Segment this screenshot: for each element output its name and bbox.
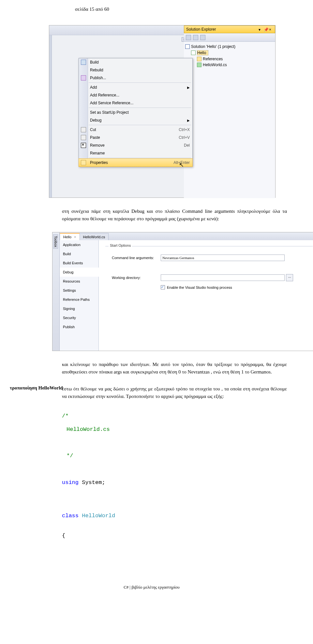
properties-nav: Application Build Build Events Debug Res… [60, 240, 99, 351]
nav-build-events[interactable]: Build Events [60, 258, 98, 268]
solution-icon [185, 44, 190, 49]
toolbar-icon[interactable] [200, 35, 205, 40]
code-line: HelloWorld.cs [67, 426, 287, 433]
code-line: /* [62, 413, 287, 419]
menu-debug[interactable]: Debug▶ [79, 116, 192, 124]
cut-icon [81, 127, 86, 132]
screenshot-debug-properties: Toolbox Hello× HelloWorld.cs Application… [49, 232, 287, 351]
nav-reference-paths[interactable]: Reference Paths [60, 295, 98, 304]
csharp-file-icon [197, 63, 201, 67]
section-label-helloworld-modification: τροποποίηση HelloWorld [10, 385, 63, 391]
working-directory-label: Working directory: [112, 276, 161, 280]
menu-publish[interactable]: Publish... [79, 74, 192, 82]
menu-rebuild[interactable]: Rebuild [79, 66, 192, 74]
menu-add-reference[interactable]: Add Reference... [79, 91, 192, 99]
nav-debug[interactable]: Debug [60, 268, 99, 277]
build-icon [81, 60, 86, 65]
paragraph-2: και κλείνουμε το παράθυρο των ιδιοτήτων.… [62, 361, 287, 375]
code-line: using System; [62, 479, 287, 486]
ide-left-dock: Toolbox [52, 232, 60, 351]
code-line: */ [67, 453, 287, 459]
hosting-process-label: Enable the Visual Studio hosting process [167, 285, 232, 289]
nav-settings[interactable]: Settings [60, 286, 98, 295]
menu-set-startup[interactable]: Set as StartUp Project [79, 109, 192, 116]
nav-publish[interactable]: Publish [60, 322, 98, 331]
page-header: σελίδα 15 από 60 [16, 0, 287, 15]
close-icon[interactable]: × [74, 235, 76, 239]
editor-tabs: Hello× HelloWorld.cs [60, 232, 313, 240]
cmdline-args-label: Command line arguments: [112, 256, 161, 260]
remove-icon [81, 143, 86, 148]
solution-explorer-panel: Solution Explorer ▾ 📌 × Solution 'Hello'… [184, 25, 275, 198]
solution-tree[interactable]: Solution 'Hello' (1 project) Hello Refer… [184, 42, 275, 70]
nav-resources[interactable]: Resources [60, 277, 98, 286]
nav-build[interactable]: Build [60, 249, 98, 258]
hosting-process-checkbox[interactable] [161, 285, 165, 289]
paragraph-3: έστω ότι θέλουμε να μας δώσει ο χρήστης … [62, 385, 287, 400]
toolbox-tab[interactable]: Toolbox [53, 234, 58, 249]
code-line: class HelloWorld [62, 513, 287, 519]
menu-add[interactable]: Add▶ [79, 83, 192, 91]
debug-properties-content: Start Options Command line arguments: Wo… [99, 240, 313, 351]
code-line: { [62, 533, 287, 539]
tree-project[interactable]: Hello [197, 50, 208, 55]
project-context-menu[interactable]: Build Rebuild Publish... Add▶ Add Refere… [79, 58, 193, 167]
tab-hello-properties[interactable]: Hello× [60, 233, 80, 240]
nav-application[interactable]: Application [60, 240, 98, 249]
menu-paste[interactable]: PasteCtrl+V [79, 134, 192, 141]
close-icon[interactable]: × [269, 27, 273, 31]
start-options-groupbox: Start Options [109, 243, 132, 247]
tree-references[interactable]: References [203, 57, 223, 61]
submenu-arrow-icon: ▶ [187, 119, 190, 122]
menu-rename[interactable]: Rename [79, 149, 192, 157]
publish-icon [81, 75, 86, 80]
folder-icon [197, 57, 201, 61]
solution-explorer-titlebar[interactable]: Solution Explorer ▾ 📌 × [184, 25, 275, 33]
tree-file[interactable]: HelloWorld.cs [203, 63, 227, 67]
dropdown-icon[interactable]: ▾ [259, 27, 262, 31]
toolbar-icon[interactable] [193, 35, 198, 40]
nav-security[interactable]: Security [60, 313, 98, 322]
menu-build[interactable]: Build [79, 58, 192, 66]
menu-cut[interactable]: CutCtrl+X [79, 126, 192, 134]
submenu-arrow-icon: ▶ [187, 86, 190, 89]
pin-icon[interactable]: 📌 [264, 27, 268, 31]
screenshot-properties-menu: ↕ Solution Explorer ▾ 📌 × Sol [49, 25, 287, 198]
working-directory-input[interactable] [161, 274, 285, 281]
menu-add-service-reference[interactable]: Add Service Reference... [79, 99, 192, 107]
paste-icon [81, 135, 86, 140]
browse-button[interactable]: ... [286, 274, 293, 281]
cmdline-args-input[interactable] [161, 255, 285, 261]
menu-properties[interactable]: PropertiesAlt+Enter ↖ [79, 158, 193, 167]
ide-left-margin [49, 35, 52, 198]
properties-icon [81, 160, 86, 165]
nav-signing[interactable]: Signing [60, 304, 98, 313]
project-icon [191, 51, 196, 55]
tree-solution[interactable]: Solution 'Hello' (1 project) [191, 44, 235, 49]
toolbar-icon[interactable] [186, 35, 191, 40]
code-listing: /* HelloWorld.cs */ using System; class … [62, 413, 287, 539]
cursor-icon: ↖ [179, 161, 184, 168]
tab-helloworld-cs[interactable]: HelloWorld.cs [80, 233, 109, 240]
menu-remove[interactable]: RemoveDel [79, 141, 192, 149]
paragraph-1: στη συνέχεια πάμε στη καρτέλα Debug και … [62, 208, 287, 222]
page-footer: C# | βιβλίο μελέτης εργαστηρίου [16, 585, 287, 603]
solution-explorer-toolbar [184, 33, 275, 42]
solution-explorer-title: Solution Explorer [186, 27, 216, 32]
